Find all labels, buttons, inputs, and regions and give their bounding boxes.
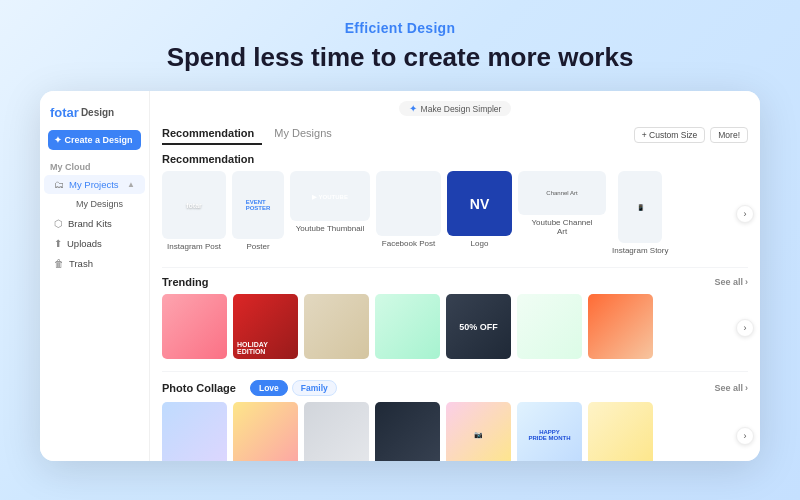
template-thumbnail: NV <box>447 171 512 236</box>
sidebar-item-label: My Projects <box>69 179 119 190</box>
photo-collage-tags: Love Family <box>250 380 337 396</box>
collage-card-7[interactable] <box>588 402 653 461</box>
template-label: Youtube Thumbnail <box>296 224 365 233</box>
template-thumbnail: ▶ YOUTUBE <box>290 171 370 221</box>
trending-scroll-row: HOLIDAYEDITION 50% OFF <box>162 294 748 361</box>
trending-card-2[interactable]: HOLIDAYEDITION <box>233 294 298 359</box>
template-thumbnail: Channel Art <box>518 171 606 215</box>
sidebar-item-my-projects[interactable]: 🗂 My Projects ▲ <box>44 175 145 194</box>
folder-icon: 🗂 <box>54 179 64 190</box>
template-card-youtube-channel-art[interactable]: Channel Art Youtube Channel Art <box>518 171 606 255</box>
efficient-design-label: Efficient Design <box>345 20 456 36</box>
trending-card-4[interactable] <box>375 294 440 359</box>
app-window: fotar Design ✦ Create a Design My Cloud … <box>40 91 760 461</box>
star-icon: ✦ <box>409 103 417 114</box>
recommendation-scroll-row: fotar Instagram Post EVENTPOSTER Poster … <box>162 171 748 257</box>
template-card-instagram-story[interactable]: 📱 Instagram Story <box>612 171 668 255</box>
sidebar-item-trash[interactable]: 🗑 Trash <box>44 254 145 273</box>
tabs-actions: + Custom Size More! <box>634 127 748 143</box>
tag-family[interactable]: Family <box>292 380 337 396</box>
sidebar-item-my-designs[interactable]: My Designs <box>66 195 145 213</box>
template-label: Youtube Channel Art <box>526 218 598 236</box>
nv-logo: NV <box>447 171 512 236</box>
collage-card-6[interactable]: HAPPYPRIDE MONTH <box>517 402 582 461</box>
main-content: ✦ Make Design Simpler Recommendation My … <box>150 91 760 461</box>
trending-card-7[interactable] <box>588 294 653 359</box>
main-header: ✦ Make Design Simpler <box>162 101 748 116</box>
make-simpler-text: Make Design Simpler <box>421 104 502 114</box>
collage-card-1[interactable] <box>162 402 227 461</box>
sidebar-item-label: My Designs <box>76 199 123 209</box>
more-button[interactable]: More! <box>710 127 748 143</box>
collage-scroll-next[interactable]: › <box>736 427 754 445</box>
create-design-button[interactable]: ✦ Create a Design <box>48 130 141 150</box>
upload-icon: ⬆ <box>54 238 62 249</box>
template-thumbnail: fotar <box>162 171 226 239</box>
tag-love[interactable]: Love <box>250 380 288 396</box>
template-card-facebook-post[interactable]: Facebook Post <box>376 171 441 255</box>
brand-icon: ⬡ <box>54 218 63 229</box>
photo-collage-scroll-row: 📷 HAPPYPRIDE MONTH <box>162 402 748 461</box>
make-simpler-badge: ✦ Make Design Simpler <box>399 101 512 116</box>
trending-section-title: Trending See all › <box>162 276 748 288</box>
template-card-logo[interactable]: NV Logo <box>447 171 512 255</box>
photo-collage-scroll-wrapper: 📷 HAPPYPRIDE MONTH › <box>162 402 748 461</box>
chevron-icon: ▲ <box>127 180 135 189</box>
sidebar-item-uploads[interactable]: ⬆ Uploads <box>44 234 145 253</box>
tab-my-designs[interactable]: My Designs <box>274 124 339 145</box>
template-thumbnail: EVENTPOSTER <box>232 171 284 239</box>
template-thumbnail: 📱 <box>618 171 662 243</box>
collage-card-3[interactable] <box>304 402 369 461</box>
headline: Spend less time to create more works <box>167 42 634 73</box>
template-card-poster[interactable]: EVENTPOSTER Poster <box>232 171 284 255</box>
collage-card-4[interactable] <box>375 402 440 461</box>
sidebar-item-label: Trash <box>69 258 93 269</box>
recommendation-scroll-next[interactable]: › <box>736 205 754 223</box>
trending-card-5[interactable]: 50% OFF <box>446 294 511 359</box>
trending-card-3[interactable] <box>304 294 369 359</box>
tabs-row: Recommendation My Designs + Custom Size … <box>162 124 748 145</box>
trending-scroll-wrapper: HOLIDAYEDITION 50% OFF <box>162 294 748 361</box>
template-card-youtube-thumbnail[interactable]: ▶ YOUTUBE Youtube Thumbnail <box>290 171 370 255</box>
divider-1 <box>162 267 748 268</box>
template-label: Facebook Post <box>382 239 435 248</box>
template-label: Instagram Post <box>167 242 221 251</box>
sidebar-logo: fotar Design <box>40 101 149 130</box>
trending-see-all[interactable]: See all › <box>714 277 748 287</box>
sidebar-item-label: Uploads <box>67 238 102 249</box>
sidebar-item-brand-kits[interactable]: ⬡ Brand Kits <box>44 214 145 233</box>
template-label: Logo <box>471 239 489 248</box>
tab-recommendation[interactable]: Recommendation <box>162 124 262 145</box>
custom-size-button[interactable]: + Custom Size <box>634 127 706 143</box>
divider-2 <box>162 371 748 372</box>
template-thumbnail <box>376 171 441 236</box>
sidebar: fotar Design ✦ Create a Design My Cloud … <box>40 91 150 461</box>
recommendation-scroll-wrapper: fotar Instagram Post EVENTPOSTER Poster … <box>162 171 748 257</box>
collage-card-5[interactable]: 📷 <box>446 402 511 461</box>
collage-card-2[interactable] <box>233 402 298 461</box>
trending-card-1[interactable] <box>162 294 227 359</box>
template-label: Poster <box>246 242 269 251</box>
my-cloud-label: My Cloud <box>40 158 149 174</box>
trash-icon: 🗑 <box>54 258 64 269</box>
trending-scroll-next[interactable]: › <box>736 319 754 337</box>
template-label: Instagram Story <box>612 246 668 255</box>
template-card-instagram-post[interactable]: fotar Instagram Post <box>162 171 226 255</box>
photo-collage-see-all[interactable]: See all › <box>714 383 748 393</box>
sidebar-item-label: Brand Kits <box>68 218 112 229</box>
photo-collage-section-title: Photo Collage Love Family See all › <box>162 380 748 396</box>
logo-text: fotar <box>50 105 79 120</box>
trending-card-6[interactable] <box>517 294 582 359</box>
recommendation-section-title: Recommendation <box>162 153 748 165</box>
logo-suffix: Design <box>81 107 114 118</box>
